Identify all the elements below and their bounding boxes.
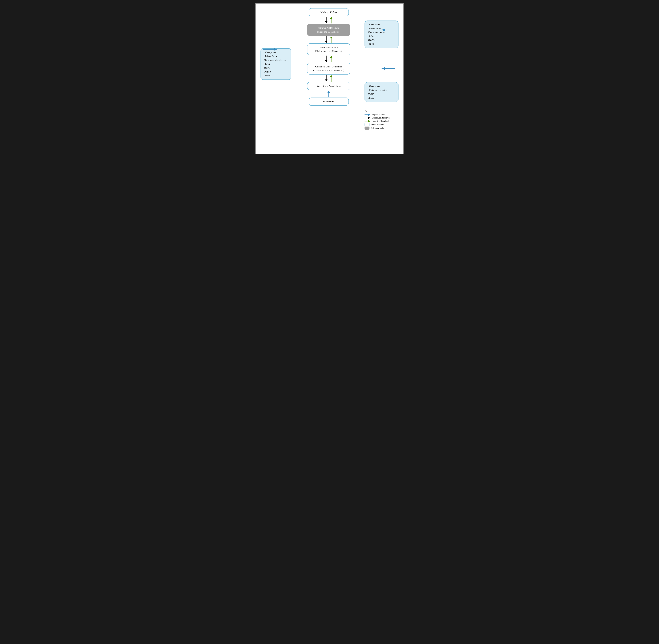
key-green-arrow-icon: [365, 120, 370, 122]
cwc-box: Catchment Water Committee (Chairperson a…: [307, 63, 350, 74]
bwb-box: Basin Water Boards (Chairperson and 10 M…: [307, 43, 350, 55]
svg-marker-27: [368, 117, 370, 119]
key-reporting-label: Reporting/Feedback: [372, 120, 389, 122]
svg-marker-17: [382, 67, 385, 70]
svg-marker-23: [327, 90, 330, 93]
wu-box: Water Users: [309, 97, 349, 106]
svg-marker-1: [325, 21, 327, 23]
key-advisory: Advisory body: [365, 127, 399, 130]
svg-marker-5: [382, 29, 385, 31]
key-statutory-label: Statutory body: [371, 123, 384, 126]
left-info-box: 1 Chairperson 1 Private Sector 2 Key wat…: [260, 8, 293, 144]
rb2: 1 Major private sector: [368, 88, 395, 92]
left-info-line4: 1 LGA: [264, 62, 288, 66]
nwb-right-arrow: [382, 28, 395, 32]
arrow-up-from-wu: [327, 90, 331, 97]
center-column: Ministry of Water National Water Board (…: [293, 8, 365, 144]
arrow-down-to-nwb: [324, 17, 328, 23]
key-directives-label: Directives/Resources: [372, 117, 390, 119]
svg-marker-29: [368, 120, 370, 122]
left-info-line6: 1 WSSA: [264, 70, 288, 74]
key-reporting: Reporting/Feedback: [365, 120, 399, 122]
key-advisory-label: Advisory body: [371, 127, 384, 129]
key-gray-box-icon: [365, 127, 369, 130]
key-title: Key:: [365, 110, 399, 112]
blue-arrow-nwb: [382, 28, 395, 32]
arrow-down-to-bwb: [324, 36, 328, 43]
left-info-line2: 1 Private Sector: [264, 54, 288, 58]
key-statutory: Statutory body: [365, 123, 399, 126]
key-representation: Representation: [365, 113, 399, 116]
bwb-line2: (Chairperson and 10 Members): [311, 50, 347, 53]
key-black-arrow-icon: [365, 116, 370, 119]
key-section: Key: Representation Directives/Resources: [365, 110, 399, 130]
rt6: 1 NGO: [368, 42, 395, 46]
rb1: 1 Chairperson: [368, 84, 395, 88]
svg-marker-19: [325, 79, 327, 82]
wua-box: Water Users Associations: [307, 82, 350, 90]
nwb-line1: National Water Board: [311, 26, 347, 30]
bwb-left-arrow: [263, 48, 277, 51]
cwc-line2: (Chairperson and up to 4 Members): [311, 69, 347, 72]
wua-label: Water Users Associations: [317, 85, 341, 87]
rt1: 1 Chairperson: [368, 23, 395, 26]
left-info-line1: 1 Chairperson: [264, 50, 288, 54]
wu-label: Water Users: [323, 100, 334, 103]
arrow-up-from-nwb: [330, 17, 333, 23]
bwb-line1: Basin Water Boards: [311, 46, 347, 49]
rb3: 2 WUA: [368, 92, 395, 96]
cwc-right-arrow: [382, 67, 395, 70]
key-directives: Directives/Resources: [365, 116, 399, 119]
arrow-down-to-wua: [324, 75, 328, 82]
key-white-box-icon: [365, 123, 369, 126]
left-info-line3: 2 Key water related sector: [264, 58, 288, 62]
left-info-line5: 3 CWC: [264, 66, 288, 70]
rt5: 3 BWBs: [368, 38, 395, 42]
svg-marker-21: [330, 75, 333, 77]
key-representation-label: Representation: [372, 113, 385, 116]
left-info-line7: 1 MoW: [264, 74, 288, 78]
cwc-line1: Catchment Water Committee: [311, 65, 347, 68]
svg-marker-25: [368, 114, 370, 116]
svg-marker-15: [330, 55, 333, 58]
ministry-label: Ministry of Water: [321, 11, 337, 14]
svg-marker-11: [274, 48, 277, 51]
arrow-up-from-bwb: [330, 36, 333, 43]
rt4: 1 LGA: [368, 34, 395, 38]
nwb-line2: (Chair and 10 Members): [311, 30, 347, 33]
blue-arrow-cwc: [382, 67, 395, 70]
diagram-frame: 1 Chairperson 1 Private Sector 2 Key wat…: [255, 3, 404, 154]
right-info-top: 1 Chairperson 1 Private sector 4 Water u…: [365, 21, 399, 48]
arrow-down-to-cwc: [324, 55, 328, 62]
svg-marker-7: [325, 41, 327, 43]
ministry-box: Ministry of Water: [309, 8, 349, 16]
svg-marker-3: [330, 17, 333, 19]
key-blue-arrow-icon: [365, 113, 370, 116]
rb4: 1 LGA: [368, 96, 395, 100]
nwb-box: National Water Board (Chair and 10 Membe…: [307, 24, 350, 36]
svg-marker-9: [330, 36, 333, 39]
blue-arrow-bwb-left: [263, 48, 277, 51]
arrow-up-from-wua: [330, 75, 333, 82]
arrow-up-from-cwc: [330, 55, 333, 62]
right-info-bottom: 1 Chairperson 1 Major private sector 2 W…: [365, 82, 399, 102]
svg-marker-13: [325, 60, 327, 62]
